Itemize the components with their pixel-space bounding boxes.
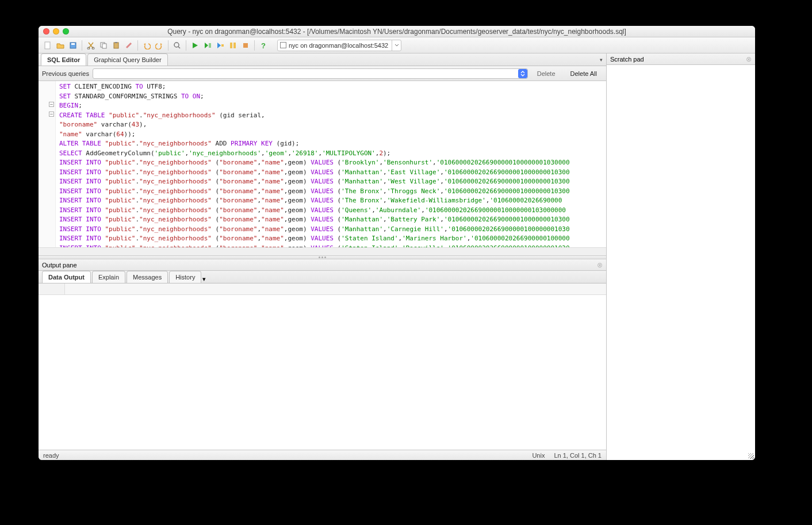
grid-header-row <box>65 283 606 295</box>
svg-rect-8 <box>115 42 117 43</box>
tab-menu-icon[interactable]: ▾ <box>600 57 603 63</box>
output-pane-title: Output pane <box>42 262 77 269</box>
scratch-pad-body[interactable] <box>607 65 755 460</box>
status-line-format: Unix <box>532 452 545 459</box>
svg-rect-14 <box>243 43 248 48</box>
previous-queries-bar: Previous queries Delete Delete All <box>39 66 606 81</box>
toolbar: ? nyc on dragonman@localhost:5432 <box>39 37 755 53</box>
editor-tabs: SQL Editor Graphical Query Builder ▾ <box>39 53 606 66</box>
previous-queries-dropdown[interactable] <box>93 68 528 79</box>
svg-rect-2 <box>71 43 75 45</box>
status-bar: ready Unix Ln 1, Col 1, Ch 1 <box>39 450 606 460</box>
pane-splitter[interactable] <box>39 255 606 259</box>
tab-sql-editor[interactable]: SQL Editor <box>41 53 86 66</box>
delete-button[interactable]: Delete <box>531 69 561 78</box>
svg-rect-13 <box>233 43 236 48</box>
minimize-window-icon[interactable] <box>53 28 59 35</box>
grid-corner <box>39 283 65 295</box>
output-grid[interactable] <box>39 283 606 450</box>
stepper-icon[interactable] <box>518 69 527 78</box>
connection-combo[interactable]: nyc on dragonman@localhost:5432 <box>277 40 401 51</box>
delete-all-button[interactable]: Delete All <box>565 69 603 78</box>
tab-explain[interactable]: Explain <box>92 271 125 283</box>
fold-minus-icon[interactable]: − <box>49 112 54 117</box>
svg-rect-11 <box>221 44 224 47</box>
clear-icon[interactable] <box>123 40 135 51</box>
query-window: Query - nyc on dragonman@localhost:5432 … <box>39 26 755 460</box>
help-icon[interactable]: ? <box>258 40 269 51</box>
horizontal-scrollbar[interactable] <box>39 247 606 255</box>
cut-icon[interactable] <box>85 40 97 51</box>
open-file-icon[interactable] <box>55 40 66 51</box>
close-icon[interactable]: ⊗ <box>746 55 752 63</box>
editor-gutter: − − <box>39 81 56 247</box>
save-file-icon[interactable] <box>67 40 79 51</box>
svg-rect-6 <box>102 44 106 48</box>
checkbox-icon[interactable] <box>280 42 286 48</box>
explain-analyze-icon[interactable] <box>227 40 239 51</box>
find-icon[interactable] <box>171 40 183 51</box>
status-text: ready <box>43 452 59 459</box>
svg-rect-0 <box>45 42 50 49</box>
close-window-icon[interactable] <box>43 28 49 35</box>
window-title: Query - nyc on dragonman@localhost:5432 … <box>39 28 755 36</box>
redo-icon[interactable] <box>154 40 165 51</box>
tab-graphical-query-builder[interactable]: Graphical Query Builder <box>87 53 167 66</box>
cancel-query-icon[interactable] <box>240 40 251 51</box>
close-icon[interactable]: ⊗ <box>597 261 603 269</box>
output-tabs: Data Output Explain Messages History ▾ <box>39 271 606 283</box>
output-pane-header: Output pane ⊗ <box>39 259 606 271</box>
copy-icon[interactable] <box>98 40 109 51</box>
zoom-window-icon[interactable] <box>63 28 69 35</box>
sql-editor[interactable]: − − SET CLIENT_ENCODING TO UTF8; SET STA… <box>39 81 606 247</box>
fold-minus-icon[interactable]: − <box>49 102 54 107</box>
svg-point-9 <box>174 43 179 47</box>
code-content[interactable]: SET CLIENT_ENCODING TO UTF8; SET STANDAR… <box>56 81 572 247</box>
new-file-icon[interactable] <box>42 40 53 51</box>
scratch-pad: Scratch pad ⊗ <box>607 53 755 460</box>
explain-icon[interactable] <box>215 40 226 51</box>
svg-rect-10 <box>209 43 211 48</box>
tab-history[interactable]: History <box>169 271 201 283</box>
previous-queries-label: Previous queries <box>42 70 89 77</box>
resize-grip-icon[interactable] <box>747 452 754 459</box>
svg-rect-12 <box>230 43 232 48</box>
chevron-down-icon[interactable] <box>392 40 401 51</box>
tab-data-output[interactable]: Data Output <box>42 271 91 283</box>
connection-label: nyc on dragonman@localhost:5432 <box>289 42 392 49</box>
undo-icon[interactable] <box>141 40 152 51</box>
svg-rect-7 <box>114 43 118 48</box>
titlebar[interactable]: Query - nyc on dragonman@localhost:5432 … <box>39 26 755 37</box>
execute-pgscript-icon[interactable] <box>202 40 213 51</box>
svg-text:?: ? <box>261 41 266 49</box>
tab-menu-icon[interactable]: ▾ <box>202 275 206 283</box>
scratch-pad-title: Scratch pad <box>610 56 644 63</box>
execute-icon[interactable] <box>189 40 201 51</box>
status-cursor-position: Ln 1, Col 1, Ch 1 <box>554 452 602 459</box>
paste-icon[interactable] <box>110 40 122 51</box>
tab-messages[interactable]: Messages <box>127 271 168 283</box>
